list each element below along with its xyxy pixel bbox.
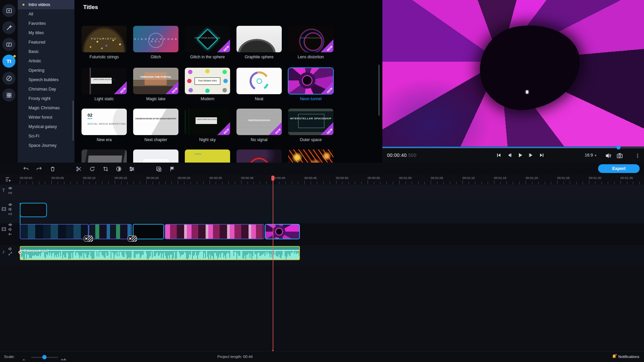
redo-button[interactable] — [35, 165, 44, 173]
undo-button[interactable] — [21, 165, 30, 173]
export-button[interactable]: Export — [598, 164, 640, 173]
video-clip-2[interactable] — [89, 224, 131, 239]
title-card-no-signal[interactable]: CHRISTOPHER WILSON BLOGNEWNo signal — [236, 109, 282, 142]
timeline-ruler[interactable]: 00:00:0000:00:0500:00:1000:00:1500:00:20… — [0, 175, 644, 185]
category-item-opening[interactable]: Opening — [18, 66, 74, 75]
category-item-speech-bubbles[interactable]: Speech bubbles — [18, 75, 74, 84]
ruler-label: 00:01:10 — [463, 176, 475, 180]
audio-volume-line[interactable] — [20, 250, 299, 251]
overlay-button[interactable] — [154, 165, 163, 173]
crop-button[interactable] — [101, 165, 110, 173]
overlay-clip[interactable] — [20, 203, 47, 217]
title-card-modern[interactable]: Your Modern IntroModern — [185, 68, 230, 101]
scale-slider-handle[interactable] — [42, 355, 47, 359]
title-card-lens-distortion[interactable]: CHRISTOPHER WILSON BLOGNEWLens distortio… — [288, 26, 333, 59]
category-item-winter-forest[interactable]: Winter forest — [18, 113, 74, 122]
marker-flag-button[interactable] — [168, 165, 176, 173]
audio-on-icon[interactable] — [8, 246, 12, 251]
category-item-artistic[interactable]: Artistic — [18, 56, 74, 66]
ruler-tick — [108, 182, 109, 184]
eye-icon[interactable] — [8, 186, 12, 190]
category-item-frosty-night[interactable]: Frosty night — [18, 94, 74, 103]
title-card-glitch-in-the-sphere[interactable]: CHRISTOPHER WILSON BLOGNEWGlitch in the … — [185, 26, 230, 59]
title-card-magic-lake[interactable]: THROUGH THE PORTALNEWMagic lake — [133, 68, 178, 101]
title-card-next-chapter[interactable]: CROWDSOURCING IN THE DESIGN INDUSTRYNext… — [133, 109, 178, 142]
cut-scissors-button[interactable] — [74, 165, 83, 173]
title-card-new-era[interactable]: 02SOCIAL MEDIA MARKETINGNew era — [82, 109, 127, 142]
category-item-sci-fi[interactable]: Sci-Fi — [18, 131, 74, 141]
category-item-favorites[interactable]: Favorites — [18, 19, 74, 28]
title-card-glitch[interactable]: H I G H T E C H C H A N N E LGlitch — [133, 26, 178, 59]
audio-fade-icon[interactable] — [8, 251, 12, 255]
title-card-futuristic-strings[interactable]: FUTURISTICFuturistic strings — [82, 26, 127, 59]
title-card-night-sky[interactable]: CHRISTOPHER WILSON BLOGNEWNight sky — [185, 109, 230, 142]
title-card-t-fire[interactable]: DEVASTATING FIRE — [288, 149, 333, 163]
playhead-line[interactable] — [273, 176, 273, 350]
more-options-icon[interactable]: ⋮ — [634, 152, 641, 159]
title-card-t-phone[interactable] — [82, 149, 127, 163]
eye-icon[interactable] — [8, 222, 12, 227]
audio-clip[interactable]: Cyberpunk.mp3 — [20, 246, 300, 260]
zoom-out-icon[interactable] — [22, 356, 27, 362]
title-card-outer-space[interactable]: INTERSTELLAR SPACESHIPNEWOuter space — [288, 109, 333, 142]
stickers-clock-icon[interactable] — [2, 72, 15, 85]
audio-keyframe-dot[interactable] — [18, 251, 21, 254]
video-clip-3[interactable] — [133, 224, 164, 239]
arrow-left-icon[interactable] — [8, 232, 12, 236]
aspect-ratio-select[interactable]: 16:9 ▼ — [585, 153, 597, 158]
transition-badge[interactable] — [84, 236, 93, 242]
title-thumbnail: INTERSTELLAR SPACESHIPNEW — [288, 109, 333, 135]
video-clip-1[interactable] — [20, 224, 89, 239]
title-card-t-yourlogo[interactable]: YOUR LOGO — [185, 149, 230, 163]
link-icon[interactable] — [8, 190, 12, 195]
prev-frame-button[interactable] — [506, 152, 513, 159]
category-scrollbar[interactable] — [72, 101, 74, 141]
rotate-button[interactable] — [88, 165, 97, 173]
transitions-icon[interactable] — [2, 38, 15, 51]
video-clip-5[interactable] — [265, 224, 300, 239]
category-item-space-journey[interactable]: Space Journey — [18, 141, 74, 150]
delete-button[interactable] — [48, 165, 57, 173]
clip-properties-button[interactable] — [127, 165, 136, 173]
title-card-t-mychannel[interactable]: My Channel — [133, 149, 178, 163]
category-item-intro-videos[interactable]: Intro videos — [18, 0, 74, 9]
titles-scrollbar[interactable] — [378, 65, 380, 116]
color-adjust-button[interactable] — [114, 165, 123, 173]
title-card-graphite-sphere[interactable]: Graphite sphere — [236, 26, 282, 59]
title-card-label: New era — [82, 137, 127, 142]
notifications-button[interactable]: Notifications — [612, 354, 639, 359]
titles-icon[interactable]: Tt — [2, 55, 15, 68]
category-item-my-titles[interactable]: My titles — [18, 28, 74, 38]
snapshot-camera-icon[interactable] — [616, 152, 623, 159]
eye-icon[interactable] — [8, 202, 12, 206]
thumbnail-graphic — [257, 78, 262, 84]
playhead-handle[interactable] — [271, 176, 274, 181]
category-item-basic[interactable]: Basic — [18, 47, 74, 56]
ruler-tick — [374, 182, 374, 184]
volume-icon[interactable] — [604, 152, 612, 159]
category-item-all[interactable]: All — [18, 9, 74, 19]
title-thumbnail: SHINING DARKNESS — [236, 149, 282, 163]
effects-wand-icon[interactable] — [2, 21, 15, 34]
zoom-in-icon[interactable] — [60, 356, 67, 362]
skip-start-button[interactable] — [495, 152, 502, 159]
play-button[interactable] — [517, 152, 524, 159]
category-item-magic-christmas[interactable]: Magic Christmas — [18, 103, 74, 113]
audio-on-icon[interactable] — [8, 207, 12, 211]
transition-badge[interactable] — [128, 236, 137, 242]
skip-end-button[interactable] — [538, 152, 545, 159]
category-item-mystical-galaxy[interactable]: Mystical galaxy — [18, 122, 74, 131]
title-card-neat[interactable]: Neat — [236, 68, 282, 101]
category-item-christmas-day[interactable]: Christmas Day — [18, 84, 74, 94]
title-card-t-shining[interactable]: SHINING DARKNESS — [236, 149, 282, 163]
category-item-featured[interactable]: Featured — [18, 38, 74, 47]
video-preview[interactable] — [382, 0, 644, 146]
audio-on-icon[interactable] — [8, 227, 12, 231]
title-card-light-static[interactable]: CHRISTOPHER WILSON BLOGNEWLight static — [82, 68, 127, 101]
title-card-neon-tunnel[interactable]: NEWNeon tunnel — [288, 68, 333, 101]
video-clip-4[interactable] — [165, 224, 265, 239]
link-icon[interactable] — [8, 212, 12, 216]
import-media-icon[interactable] — [2, 4, 15, 17]
next-frame-button[interactable] — [527, 152, 535, 159]
more-tools-icon[interactable] — [2, 88, 15, 102]
